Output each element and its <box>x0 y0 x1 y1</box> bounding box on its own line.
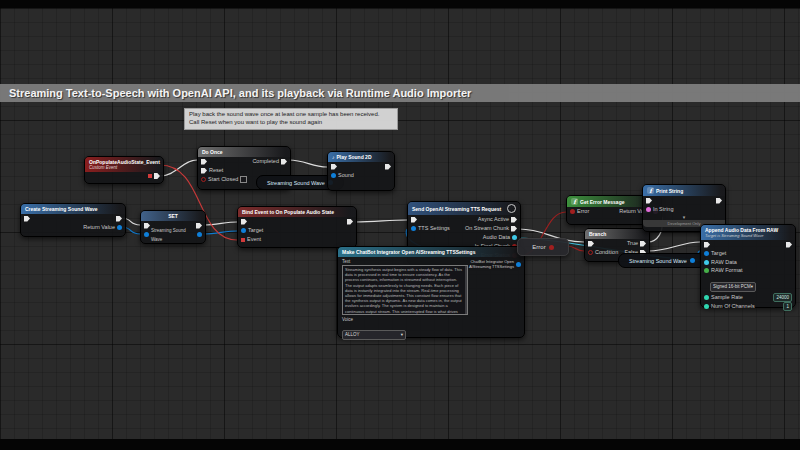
condition-label: Condition <box>595 248 618 257</box>
exec-in-pin[interactable] <box>704 242 710 248</box>
true-exec-pin[interactable] <box>640 241 646 247</box>
bind-event-node[interactable]: Bind Event to On Populate Audio State Ta… <box>237 206 357 248</box>
audio-data-pin[interactable] <box>512 235 517 240</box>
exec-out-pin[interactable] <box>385 164 391 170</box>
in-string-label: In String <box>653 205 673 214</box>
make-tts-settings-node[interactable]: Make ChatBot Integrator Open AIStreaming… <box>337 246 525 338</box>
bind-event-title: Bind Event to On Populate Audio State <box>242 209 334 215</box>
target-pin[interactable] <box>241 228 246 233</box>
wire-object <box>204 231 237 234</box>
num-channels-pin[interactable] <box>704 304 709 309</box>
set-title: SET <box>168 213 178 219</box>
raw-format-pin[interactable] <box>704 268 709 273</box>
do-once-title: Do Once <box>202 149 223 155</box>
streaming-sound-wave-get-right[interactable]: Streaming Sound Wave <box>618 253 706 268</box>
send-tts-title: Send OpenAI Streaming TTS Request <box>412 206 501 212</box>
in-string-pin[interactable] <box>646 207 651 212</box>
error-enum-literal-node[interactable]: Error <box>517 238 569 256</box>
play-sound-title: Play Sound 2D <box>337 154 372 160</box>
text-field-label: Text <box>342 259 350 264</box>
sample-rate-input[interactable]: 24000 <box>773 293 792 302</box>
make-settings-title: Make ChatBot Integrator Open AIStreaming… <box>342 249 475 255</box>
event-pin-label: Event <box>247 235 261 244</box>
voice-field-label: Voice <box>342 317 353 322</box>
target-label: Target <box>711 249 726 258</box>
start-closed-label: Start Closed <box>208 175 238 184</box>
set-value-out-pin[interactable] <box>197 232 202 237</box>
num-channels-input[interactable]: 1 <box>783 302 792 311</box>
exec-in-pin[interactable] <box>646 198 652 204</box>
create-ssw-title: Create Streaming Sound Wave <box>25 206 98 212</box>
error-in-label: Error <box>577 207 589 216</box>
reset-pin-label: Reset <box>209 166 223 175</box>
print-string-title: Print String <box>656 188 683 194</box>
async-active-exec-pin[interactable] <box>511 217 517 223</box>
set-value-in-pin[interactable] <box>144 232 149 237</box>
exec-in-pin[interactable] <box>144 223 150 229</box>
tts-settings-pin[interactable] <box>411 226 416 231</box>
start-closed-pin[interactable] <box>201 177 206 182</box>
chevron-down-icon: ▾ <box>401 332 403 337</box>
raw-format-dropdown[interactable]: Signed 16-bit PCM ▾ <box>710 282 756 292</box>
voice-dropdown[interactable]: ALLOY ▾ <box>342 330 406 340</box>
append-audio-subtitle: Target is Streaming Sound Wave <box>705 233 791 238</box>
speaker-icon: ♪ <box>332 154 335 160</box>
on-stream-chunk-label: On Stream Chunk <box>465 224 509 233</box>
raw-data-pin[interactable] <box>704 260 709 265</box>
exec-out-pin[interactable] <box>154 173 160 179</box>
custom-event-node[interactable]: OnPopulateAudioState_Event Custom Event <box>84 156 164 184</box>
exec-in-pin[interactable] <box>201 159 207 165</box>
reset-exec-in-pin[interactable] <box>201 168 207 174</box>
raw-format-label: RAW Format <box>711 267 743 274</box>
target-pin[interactable] <box>704 251 709 256</box>
play-sound-2d-node[interactable]: ♪ Play Sound 2D Sound <box>327 151 395 191</box>
exec-out-pin[interactable] <box>347 219 353 225</box>
completed-pin-label: Completed <box>252 157 279 166</box>
comment-line-2: Call Reset when you want to play the sou… <box>189 119 393 127</box>
exec-in-pin[interactable] <box>411 217 417 223</box>
sound-pin-label: Sound <box>338 171 354 180</box>
text-field-value: Streaming synthesis output begins with a… <box>345 267 462 315</box>
wire-bool <box>567 246 584 251</box>
wire-exec <box>160 160 197 176</box>
wire-exec <box>355 220 407 222</box>
error-literal-label: Error <box>532 244 545 250</box>
sound-pin[interactable] <box>331 173 336 178</box>
comment-bubble[interactable]: Play back the sound wave once at least o… <box>184 108 398 130</box>
make-output-pin[interactable] <box>516 262 521 267</box>
sample-rate-label: Sample Rate <box>711 293 743 302</box>
on-stream-chunk-exec-pin[interactable] <box>511 226 517 232</box>
exec-in-pin[interactable] <box>331 164 337 170</box>
target-pin-label: Target <box>248 226 263 235</box>
start-closed-checkbox[interactable] <box>240 176 247 183</box>
delegate-out-pin[interactable] <box>148 174 152 178</box>
exec-out-pin[interactable] <box>786 242 792 248</box>
condition-pin[interactable] <box>588 250 593 255</box>
chevron-glyph: ▾ <box>751 284 753 289</box>
raw-data-label: RAW Data <box>711 258 737 267</box>
sample-rate-pin[interactable] <box>704 295 709 300</box>
exec-out-pin[interactable] <box>116 216 122 222</box>
variable-out-pin[interactable] <box>690 258 695 263</box>
sample-rate-value: 24000 <box>776 295 789 300</box>
append-audio-data-node[interactable]: Append Audio Data From RAW Target is Str… <box>700 224 796 308</box>
variable-label: Streaming Sound Wave <box>629 258 687 264</box>
exec-in-pin[interactable] <box>588 241 594 247</box>
return-value-pin[interactable] <box>117 225 122 230</box>
completed-exec-out-pin[interactable] <box>281 159 287 165</box>
wire-exec <box>289 160 327 167</box>
error-literal-out-pin[interactable] <box>549 245 554 250</box>
tts-settings-label: TTS Settings <box>418 224 450 233</box>
text-scrollbar[interactable] <box>465 266 467 314</box>
true-label: True <box>627 239 638 248</box>
create-streaming-sound-wave-node[interactable]: Create Streaming Sound Wave Return Value <box>20 203 126 237</box>
exec-out-pin[interactable] <box>716 198 722 204</box>
exec-out-pin[interactable] <box>196 223 202 229</box>
exec-in-pin[interactable] <box>24 216 30 222</box>
text-field-input[interactable]: Streaming synthesis output begins with a… <box>342 265 468 315</box>
set-node[interactable]: SET Streaming Sound Wave <box>140 210 206 244</box>
event-delegate-pin[interactable] <box>241 238 245 242</box>
screenshot-root: Streaming Text-to-Speech with OpenAI API… <box>0 0 800 450</box>
exec-in-pin[interactable] <box>241 219 247 225</box>
error-in-pin[interactable] <box>570 209 575 214</box>
